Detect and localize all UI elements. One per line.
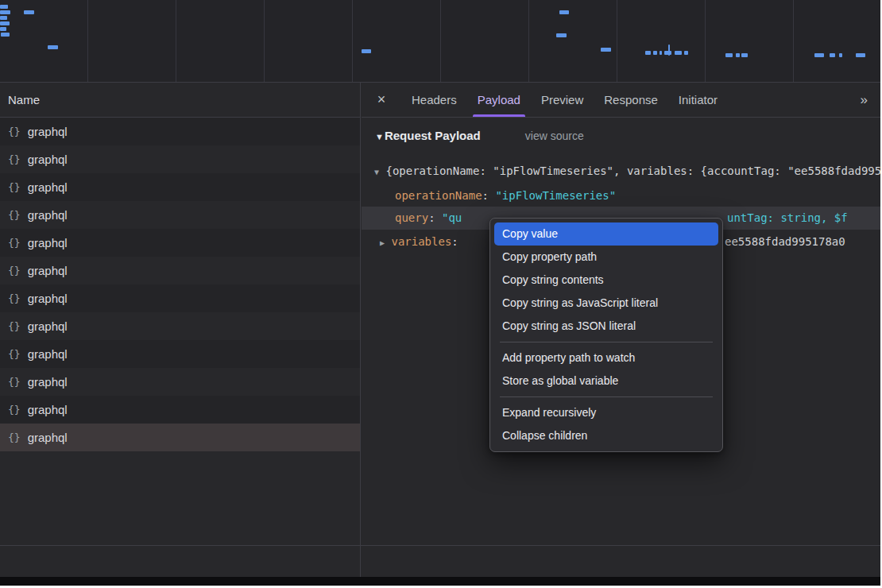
request-name-label: graphql [28, 208, 68, 222]
json-icon: {} [8, 376, 21, 388]
json-icon: {} [8, 431, 21, 443]
tab-headers[interactable]: Headers [401, 83, 467, 117]
timeline-bar [830, 53, 835, 57]
overview-strip[interactable] [0, 0, 880, 83]
menu-item-copy-string-as-json-literal[interactable]: Copy string as JSON literal [494, 315, 718, 338]
network-request-row[interactable]: {}graphql [0, 312, 360, 340]
menu-item-collapse-children[interactable]: Collapse children [494, 424, 718, 447]
timeline-bar [736, 53, 740, 57]
timeline-bar [0, 10, 10, 14]
timeline-bar [814, 53, 824, 57]
request-name-label: graphql [28, 319, 68, 333]
network-request-row[interactable]: {}graphql [0, 229, 360, 257]
tab-initiator[interactable]: Initiator [668, 83, 728, 117]
network-request-row[interactable]: {}graphql [0, 257, 360, 284]
request-name-label: graphql [28, 180, 68, 194]
request-name-label: graphql [28, 431, 68, 444]
json-icon: {} [8, 320, 21, 332]
request-name-label: graphql [28, 403, 68, 416]
more-tabs-icon[interactable]: » [848, 83, 880, 117]
menu-item-copy-property-path[interactable]: Copy property path [494, 246, 718, 269]
json-icon: {} [8, 265, 21, 277]
timeline-bar [556, 33, 567, 37]
request-name-label: graphql [28, 264, 68, 277]
timeline-bar [668, 44, 670, 56]
menu-separator [500, 397, 713, 397]
timeline-bar [856, 53, 865, 57]
network-request-row[interactable]: {}graphql [0, 368, 360, 396]
timeline-bar [839, 53, 842, 57]
query-value-fragment: untTag: string, $f [727, 207, 848, 230]
network-request-row[interactable]: {}graphql [0, 201, 360, 229]
timeline-bar [741, 53, 748, 57]
devtools-network-panel: Name {}graphql{}graphql{}graphql{}graphq… [0, 0, 880, 577]
menu-item-add-property-path-to-watch[interactable]: Add property path to watch [494, 346, 718, 369]
network-request-row[interactable]: {}graphql [0, 424, 360, 451]
timeline-bar [660, 51, 662, 55]
network-request-row[interactable]: {}graphql [0, 145, 360, 173]
json-icon: {} [8, 292, 21, 304]
tab-response[interactable]: Response [594, 83, 668, 117]
timeline-bar [684, 51, 688, 55]
request-name-label: graphql [28, 375, 68, 389]
devtools-screenshot: Name {}graphql{}graphql{}graphql{}graphq… [0, 0, 882, 588]
footer-divider [0, 545, 880, 546]
timeline-bar [0, 5, 8, 9]
timeline-bar [559, 10, 569, 14]
tab-items: HeadersPayloadPreviewResponseInitiator [401, 83, 728, 117]
timeline-bar [653, 51, 657, 55]
network-request-row[interactable]: {}graphql [0, 173, 360, 201]
menu-item-copy-string-as-javascript-literal[interactable]: Copy string as JavaScript literal [494, 292, 718, 315]
network-request-list: Name {}graphql{}graphql{}graphql{}graphq… [0, 83, 361, 577]
network-request-row[interactable]: {}graphql [0, 118, 360, 145]
menu-item-expand-recursively[interactable]: Expand recursively [494, 401, 718, 424]
timeline-bar [0, 21, 10, 25]
json-icon: {} [8, 209, 21, 221]
window-bottom-edge [0, 577, 880, 586]
request-payload-section: ▼Request Payload view source [375, 129, 880, 142]
timeline-bar [48, 45, 58, 49]
tab-preview[interactable]: Preview [531, 83, 594, 117]
request-name-label: graphql [28, 292, 68, 305]
timeline-bar [725, 53, 733, 57]
name-column-header[interactable]: Name [0, 83, 360, 118]
request-name-label: graphql [28, 153, 68, 166]
network-request-row[interactable]: {}graphql [0, 284, 360, 312]
request-name-label: graphql [28, 236, 68, 250]
view-source-link[interactable]: view source [525, 130, 584, 142]
details-tab-bar: × HeadersPayloadPreviewResponseInitiator… [362, 83, 880, 118]
network-request-row[interactable]: {}graphql [0, 396, 360, 424]
timeline-bar [0, 27, 6, 31]
json-icon: {} [8, 153, 21, 165]
network-rows: {}graphql{}graphql{}graphql{}graphql{}gr… [0, 118, 360, 451]
request-payload-title[interactable]: ▼Request Payload [375, 129, 481, 142]
json-icon: {} [8, 348, 21, 360]
timeline-bar [645, 51, 651, 55]
payload-root-preview[interactable]: ▼ {operationName: "ipFlowTimeseries", va… [362, 160, 880, 183]
request-name-label: graphql [28, 125, 68, 138]
json-icon: {} [8, 404, 21, 416]
json-icon: {} [8, 181, 21, 193]
request-name-label: graphql [28, 347, 68, 361]
network-request-row[interactable]: {}graphql [0, 340, 360, 368]
json-icon: {} [8, 237, 21, 249]
timeline-bar [675, 51, 682, 55]
disclosure-open-icon[interactable]: ▼ [375, 132, 384, 141]
timeline-bar [601, 48, 611, 52]
menu-item-store-as-global-variable[interactable]: Store as global variable [494, 369, 718, 393]
menu-item-copy-value[interactable]: Copy value [494, 222, 718, 246]
menu-item-copy-string-contents[interactable]: Copy string contents [494, 269, 718, 292]
json-icon: {} [8, 126, 21, 137]
timeline-bar [1, 33, 10, 37]
timeline-bar [0, 16, 7, 20]
context-menu: Copy valueCopy property pathCopy string … [489, 218, 723, 452]
menu-separator [500, 342, 713, 342]
variables-preview-fragment: ee5588fdad995178a0 [725, 230, 845, 253]
close-icon[interactable]: × [362, 83, 401, 117]
tab-payload[interactable]: Payload [467, 83, 531, 117]
timeline-bar [362, 49, 371, 53]
timeline-bar [24, 10, 34, 14]
payload-prop-operationname[interactable]: operationName: "ipFlowTimeseries" [362, 184, 880, 207]
